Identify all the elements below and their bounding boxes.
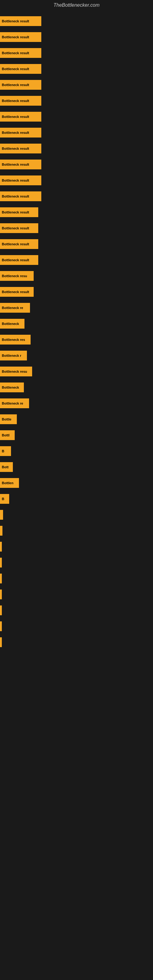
- bar-label-21: Bottleneck res: [2, 338, 25, 342]
- bar-row-1: Bottleneck result: [0, 13, 153, 29]
- bar-29[interactable]: Bott: [0, 462, 13, 472]
- bar-row-29: Bott: [0, 459, 153, 475]
- bar-row-37: [0, 587, 153, 602]
- bar-row-10: Bottleneck result: [0, 156, 153, 172]
- bar-label-29: Bott: [2, 465, 9, 469]
- bar-label-2: Bottleneck result: [2, 35, 29, 39]
- bar-36[interactable]: [0, 574, 2, 584]
- bar-row-22: Bottleneck r: [0, 348, 153, 364]
- bar-row-3: Bottleneck result: [0, 45, 153, 61]
- bar-row-38: [0, 602, 153, 618]
- bar-row-14: Bottleneck result: [0, 220, 153, 236]
- bar-11[interactable]: Bottleneck result: [0, 175, 41, 185]
- bar-label-12: Bottleneck result: [2, 194, 29, 198]
- bar-row-27: Bottl: [0, 427, 153, 443]
- bar-label-1: Bottleneck result: [2, 19, 29, 23]
- bar-28[interactable]: B: [0, 446, 11, 456]
- bar-row-2: Bottleneck result: [0, 29, 153, 45]
- bar-21[interactable]: Bottleneck res: [0, 335, 30, 345]
- bar-27[interactable]: Bottl: [0, 430, 15, 440]
- bar-label-18: Bottleneck result: [2, 290, 29, 294]
- bar-row-30: Bottlen: [0, 475, 153, 491]
- bar-31[interactable]: B: [0, 494, 9, 504]
- bar-row-6: Bottleneck result: [0, 93, 153, 109]
- bar-24[interactable]: Bottleneck: [0, 382, 24, 392]
- bar-label-26: Bottle: [2, 417, 11, 421]
- bar-1[interactable]: Bottleneck result: [0, 16, 41, 26]
- bar-row-17: Bottleneck resu: [0, 268, 153, 284]
- bar-37[interactable]: [0, 590, 2, 599]
- bar-7[interactable]: Bottleneck result: [0, 112, 41, 122]
- bar-39[interactable]: [0, 621, 2, 631]
- bar-label-24: Bottleneck: [2, 385, 19, 389]
- bar-row-13: Bottleneck result: [0, 204, 153, 220]
- bar-label-11: Bottleneck result: [2, 178, 29, 182]
- bar-label-27: Bottl: [2, 433, 10, 437]
- bar-3[interactable]: Bottleneck result: [0, 48, 41, 58]
- bar-38[interactable]: [0, 605, 2, 615]
- bar-12[interactable]: Bottleneck result: [0, 191, 41, 201]
- bar-label-6: Bottleneck result: [2, 99, 29, 103]
- bar-25[interactable]: Bottleneck re: [0, 398, 29, 408]
- bar-row-15: Bottleneck result: [0, 236, 153, 252]
- bar-label-4: Bottleneck result: [2, 67, 29, 71]
- bar-row-26: Bottle: [0, 411, 153, 427]
- bar-row-39: [0, 618, 153, 634]
- bar-row-9: Bottleneck result: [0, 140, 153, 156]
- bar-row-4: Bottleneck result: [0, 61, 153, 77]
- bar-row-11: Bottleneck result: [0, 172, 153, 188]
- bar-row-20: Bottleneck: [0, 316, 153, 332]
- bar-row-21: Bottleneck res: [0, 332, 153, 348]
- chart-area: Bottleneck resultBottleneck resultBottle…: [0, 12, 153, 650]
- bar-32[interactable]: [0, 510, 3, 520]
- bar-34[interactable]: [0, 542, 2, 552]
- bar-label-23: Bottleneck resu: [2, 370, 27, 373]
- site-title-bar: TheBottlenecker.com: [0, 0, 153, 12]
- bar-row-32: [0, 507, 153, 523]
- bar-label-16: Bottleneck result: [2, 258, 29, 262]
- bar-label-20: Bottleneck: [2, 322, 19, 326]
- bar-35[interactable]: [0, 558, 2, 568]
- bar-row-7: Bottleneck result: [0, 109, 153, 125]
- bar-label-7: Bottleneck result: [2, 115, 29, 119]
- bar-30[interactable]: Bottlen: [0, 478, 19, 488]
- bar-8[interactable]: Bottleneck result: [0, 128, 41, 137]
- bar-row-16: Bottleneck result: [0, 252, 153, 268]
- bar-33[interactable]: [0, 526, 2, 536]
- bar-label-25: Bottleneck re: [2, 401, 23, 405]
- bar-label-17: Bottleneck resu: [2, 274, 27, 278]
- bar-13[interactable]: Bottleneck result: [0, 207, 38, 217]
- bar-row-8: Bottleneck result: [0, 125, 153, 140]
- site-title: TheBottlenecker.com: [0, 0, 153, 12]
- bar-row-34: [0, 539, 153, 555]
- bar-5[interactable]: Bottleneck result: [0, 80, 41, 90]
- bar-17[interactable]: Bottleneck resu: [0, 271, 33, 281]
- bar-4[interactable]: Bottleneck result: [0, 64, 41, 74]
- bar-label-14: Bottleneck result: [2, 226, 29, 230]
- bar-row-35: [0, 555, 153, 571]
- bar-row-28: B: [0, 443, 153, 459]
- bar-label-10: Bottleneck result: [2, 162, 29, 166]
- bar-2[interactable]: Bottleneck result: [0, 32, 41, 42]
- bar-19[interactable]: Bottleneck re: [0, 303, 30, 313]
- bar-9[interactable]: Bottleneck result: [0, 144, 41, 153]
- bar-20[interactable]: Bottleneck: [0, 319, 24, 329]
- bar-row-19: Bottleneck re: [0, 300, 153, 316]
- bar-22[interactable]: Bottleneck r: [0, 351, 27, 360]
- bar-23[interactable]: Bottleneck resu: [0, 367, 32, 376]
- bar-label-19: Bottleneck re: [2, 306, 23, 310]
- bar-row-36: [0, 571, 153, 587]
- bar-10[interactable]: Bottleneck result: [0, 159, 41, 169]
- bar-26[interactable]: Bottle: [0, 414, 17, 424]
- bar-label-31: B: [2, 497, 4, 501]
- bar-14[interactable]: Bottleneck result: [0, 223, 38, 233]
- bar-label-9: Bottleneck result: [2, 147, 29, 150]
- bar-row-18: Bottleneck result: [0, 284, 153, 300]
- bar-15[interactable]: Bottleneck result: [0, 239, 38, 249]
- bar-label-22: Bottleneck r: [2, 354, 21, 357]
- bar-18[interactable]: Bottleneck result: [0, 287, 33, 297]
- bar-6[interactable]: Bottleneck result: [0, 96, 41, 106]
- bar-row-33: [0, 523, 153, 539]
- bar-16[interactable]: Bottleneck result: [0, 255, 38, 265]
- bar-40[interactable]: [0, 637, 2, 647]
